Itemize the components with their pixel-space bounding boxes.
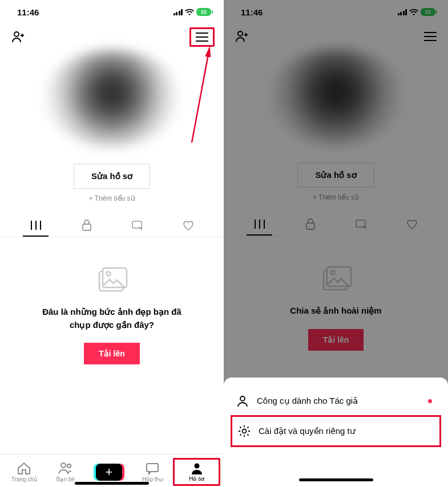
- hamburger-icon: [196, 33, 208, 42]
- menu-button[interactable]: [189, 27, 215, 47]
- edit-profile-button[interactable]: Sửa hồ sơ: [297, 163, 374, 188]
- person-outline-icon: [236, 395, 249, 407]
- add-friend-button[interactable]: [9, 28, 27, 46]
- status-time: 11:46: [241, 7, 263, 17]
- sheet-settings-privacy[interactable]: Cài đặt và quyền riêng tư: [231, 415, 441, 447]
- empty-state-title: Đâu là những bức ảnh đẹp bạn đã chụp đượ…: [23, 306, 201, 331]
- signal-icon: [398, 9, 407, 15]
- tab-private[interactable]: [285, 213, 336, 236]
- empty-state: Đâu là những bức ảnh đẹp bạn đã chụp đượ…: [0, 237, 224, 393]
- status-bar: 11:46 22: [0, 0, 224, 22]
- nav-inbox[interactable]: Hộp thư: [132, 459, 173, 485]
- gear-icon: [238, 425, 251, 437]
- tab-liked[interactable]: [387, 213, 438, 236]
- profile-tabs: [0, 210, 224, 237]
- tab-private[interactable]: [61, 214, 112, 237]
- grid-icon: [30, 220, 42, 230]
- heart-icon: [182, 220, 195, 231]
- repost-icon: [355, 219, 368, 229]
- lock-icon: [305, 218, 316, 230]
- person-plus-icon: [11, 30, 25, 44]
- tab-grid[interactable]: [10, 214, 61, 236]
- phone-left: 11:46 22 Sửa hồ sơ + Thêm tiểu sử: [0, 0, 224, 487]
- avatar-blurred: [43, 50, 180, 147]
- lock-icon: [82, 220, 92, 231]
- signal-icon: [173, 9, 183, 15]
- home-indicator: [299, 478, 373, 481]
- tab-liked[interactable]: [163, 214, 213, 237]
- repost-icon: [131, 220, 144, 230]
- battery-icon: 22: [421, 8, 435, 16]
- plus-icon: +: [96, 464, 122, 481]
- svg-rect-5: [103, 268, 127, 287]
- avatar-blurred: [268, 48, 405, 145]
- status-right: 22: [173, 8, 212, 16]
- nav-profile-label: Hồ sơ: [189, 476, 204, 482]
- svg-rect-3: [132, 221, 142, 228]
- empty-state-title: Chia sẻ ảnh hoài niệm: [247, 305, 425, 318]
- edit-profile-button[interactable]: Sửa hồ sơ: [74, 164, 150, 189]
- svg-rect-12: [306, 223, 314, 229]
- home-indicator: [75, 482, 149, 485]
- tab-grid[interactable]: [234, 213, 285, 235]
- empty-state: Chia sẻ ảnh hoài niệm Tải lên: [224, 236, 448, 379]
- nav-home[interactable]: Trang chủ: [3, 459, 45, 485]
- svg-point-18: [243, 429, 247, 433]
- profile-tabs: [224, 209, 448, 236]
- nav-profile[interactable]: Hồ sơ: [173, 458, 220, 486]
- svg-point-17: [240, 396, 245, 401]
- sheet-creator-tools[interactable]: Công cụ dành cho Tác giả: [231, 387, 441, 415]
- image-placeholder-icon: [96, 266, 128, 293]
- nav-friends[interactable]: Bạn bè: [45, 459, 87, 485]
- status-bar: 11:46 22: [224, 0, 448, 22]
- profile-icon: [191, 462, 203, 474]
- upload-button[interactable]: Tải lên: [84, 343, 140, 364]
- phone-right: 11:46 22 Sửa hồ sơ + Thêm tiểu sử: [224, 0, 448, 487]
- status-right: 22: [398, 8, 436, 16]
- svg-point-8: [67, 464, 71, 468]
- menu-sheet: Công cụ dành cho Tác giả Cài đặt và quyề…: [224, 378, 448, 487]
- tab-repost[interactable]: [112, 214, 163, 236]
- arrow-annotation: [187, 46, 216, 148]
- nav-home-label: Trang chủ: [11, 476, 37, 482]
- heart-icon: [406, 218, 418, 230]
- home-icon: [17, 461, 31, 475]
- tab-repost[interactable]: [336, 213, 387, 235]
- friends-icon: [58, 461, 74, 475]
- image-placeholder-icon: [320, 265, 352, 292]
- svg-rect-2: [83, 224, 91, 230]
- grid-icon: [254, 219, 265, 229]
- add-friend-button[interactable]: [233, 27, 251, 46]
- nav-create[interactable]: +: [86, 461, 132, 483]
- svg-line-1: [192, 51, 209, 143]
- battery-icon: 22: [196, 8, 211, 16]
- svg-rect-15: [327, 267, 351, 286]
- svg-point-7: [61, 463, 66, 468]
- avatar-area: [224, 43, 448, 151]
- menu-button[interactable]: [422, 30, 439, 43]
- status-time: 11:46: [17, 7, 39, 17]
- svg-point-11: [238, 31, 243, 36]
- add-bio-button[interactable]: + Thêm tiểu sử: [0, 194, 224, 202]
- person-plus-icon: [235, 30, 249, 43]
- svg-point-0: [14, 32, 19, 36]
- notification-dot-icon: [428, 399, 432, 403]
- add-bio-button[interactable]: + Thêm tiểu sử: [224, 193, 448, 201]
- svg-rect-9: [147, 464, 158, 472]
- nav-friends-label: Bạn bè: [56, 476, 75, 482]
- svg-point-10: [194, 464, 199, 469]
- wifi-icon: [185, 9, 194, 15]
- wifi-icon: [409, 9, 418, 15]
- sheet-settings-label: Cài đặt và quyền riêng tư: [259, 426, 356, 436]
- hamburger-icon: [424, 32, 437, 41]
- sheet-creator-tools-label: Công cụ dành cho Tác giả: [257, 396, 358, 406]
- upload-button[interactable]: Tải lên: [308, 329, 364, 351]
- svg-rect-13: [356, 220, 365, 227]
- inbox-icon: [145, 461, 160, 475]
